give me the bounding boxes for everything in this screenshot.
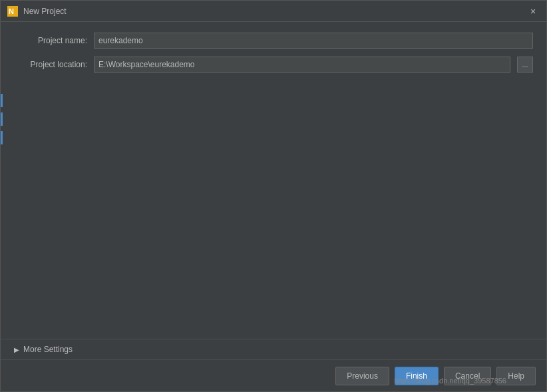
more-settings-label: More Settings (23, 345, 73, 354)
accent-bar-3 (1, 131, 3, 144)
project-location-label: Project location: (14, 60, 87, 69)
accent-bar-2 (1, 112, 3, 126)
svg-text:N: N (9, 7, 14, 15)
project-name-row: Project name: (14, 33, 533, 49)
project-location-row: Project location: ... (14, 57, 533, 73)
project-name-input[interactable] (94, 33, 533, 49)
help-button[interactable]: Help (496, 367, 536, 385)
cancel-button[interactable]: Cancel (444, 367, 491, 385)
more-settings-section[interactable]: ▶ More Settings (1, 339, 546, 359)
app-icon: N (7, 6, 18, 17)
title-bar: N New Project × (1, 1, 546, 22)
project-name-label: Project name: (14, 36, 87, 45)
form-content: Project name: Project location: ... (1, 22, 546, 339)
project-location-input[interactable] (94, 57, 510, 73)
new-project-dialog: N New Project × Project name: Project lo… (0, 0, 547, 392)
previous-button[interactable]: Previous (335, 367, 389, 385)
close-button[interactable]: × (526, 5, 540, 18)
more-settings-arrow-icon: ▶ (14, 346, 19, 353)
finish-button[interactable]: Finish (395, 367, 439, 385)
accent-bar-1 (1, 94, 3, 107)
content-spacer (14, 81, 533, 328)
browse-button[interactable]: ... (517, 57, 533, 73)
dialog-title: New Project (23, 7, 526, 16)
dialog-footer: Previous Finish Cancel Help (1, 359, 546, 391)
